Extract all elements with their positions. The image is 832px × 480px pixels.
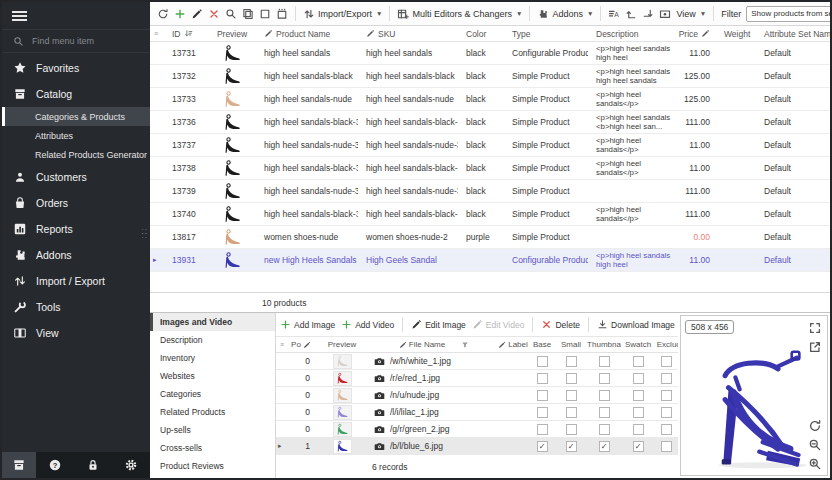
base-checkbox[interactable] [537, 356, 548, 367]
thumbnail-checkbox[interactable] [599, 356, 610, 367]
column-header-swatch[interactable]: Swatch [622, 340, 654, 349]
column-header-small[interactable]: Small [556, 340, 586, 349]
add-video-button[interactable]: Add Video [341, 319, 394, 330]
base-checkbox[interactable] [537, 373, 548, 384]
delete-image-button[interactable]: Delete [541, 319, 580, 330]
column-header-id[interactable]: ID [164, 29, 208, 39]
sidebar-splitter-handle[interactable]: ⁚⁚⁚⁚ [142, 230, 148, 238]
multi-editors-button[interactable]: Multi Editors & Changers▼ [397, 8, 522, 20]
small-checkbox[interactable] [566, 356, 577, 367]
level-down-icon[interactable] [642, 8, 654, 20]
lock-button[interactable] [74, 452, 112, 478]
detail-tab[interactable]: Images and Video [150, 313, 275, 331]
detail-tab[interactable]: Websites [150, 367, 275, 385]
column-header-file-name[interactable]: File Name [370, 340, 498, 349]
external-link-icon[interactable] [808, 340, 822, 354]
column-header-weight[interactable]: Weight [716, 29, 756, 39]
thumbnail-checkbox[interactable] [599, 441, 610, 452]
sidebar-item-favorites[interactable]: Favorites [2, 55, 150, 81]
preview-eye-icon[interactable] [659, 8, 671, 20]
menu-icon[interactable] [12, 9, 27, 23]
paste-special-icon[interactable] [276, 8, 288, 20]
base-checkbox[interactable] [537, 441, 548, 452]
image-row[interactable]: 0 /g/r/green_2.jpg [276, 421, 678, 438]
table-row[interactable]: 13732 high heel sandals-black high heel … [150, 65, 830, 88]
settings-button[interactable] [112, 452, 150, 478]
table-row[interactable]: ▸ 13931 new High Heels Sandals High Geel… [150, 249, 830, 272]
base-checkbox[interactable] [537, 390, 548, 401]
sidebar-item-orders[interactable]: Orders [2, 190, 150, 216]
add-icon[interactable] [174, 8, 186, 20]
detail-tab[interactable]: Inventory [150, 349, 275, 367]
detail-tab[interactable]: Description [150, 331, 275, 349]
level-up-icon[interactable] [625, 8, 637, 20]
column-header-thumbnail[interactable]: Thumbna [586, 340, 622, 349]
help-button[interactable]: ? [36, 452, 74, 478]
table-row[interactable]: 13731 high heel sandals high heel sandal… [150, 42, 830, 65]
base-checkbox[interactable] [537, 424, 548, 435]
zoom-out-icon[interactable] [808, 438, 822, 452]
import-export-button[interactable]: Import/Export▼ [303, 8, 382, 20]
sidebar-item-customers[interactable]: Customers [2, 164, 150, 190]
table-row[interactable]: 13817 women shoes-nude women shoes-nude-… [150, 226, 830, 249]
small-checkbox[interactable] [566, 441, 577, 452]
column-header-position[interactable]: Po [288, 340, 314, 349]
storage-button[interactable] [2, 452, 36, 478]
detail-tab[interactable]: Cross-sells [150, 439, 275, 457]
sort-attributes-icon[interactable]: A [608, 8, 620, 20]
swatch-checkbox[interactable] [633, 441, 644, 452]
exclude-checkbox[interactable] [661, 356, 672, 367]
select-icon[interactable] [259, 8, 271, 20]
thumbnail-checkbox[interactable] [599, 373, 610, 384]
column-header-sku[interactable]: SKU [358, 29, 458, 39]
filter-select[interactable]: Show products from selected categories▼ [746, 6, 832, 22]
thumbnail-checkbox[interactable] [599, 407, 610, 418]
small-checkbox[interactable] [566, 390, 577, 401]
column-header-description[interactable]: Description [588, 29, 672, 39]
rotate-icon[interactable] [808, 419, 822, 433]
thumbnail-checkbox[interactable] [599, 390, 610, 401]
sidebar-item-categories-products[interactable]: Categories & Products [2, 107, 150, 126]
exclude-checkbox[interactable] [661, 441, 672, 452]
column-header-price[interactable]: Price [672, 29, 716, 39]
copy-icon[interactable] [242, 8, 254, 20]
detail-tab[interactable]: Up-sells [150, 421, 275, 439]
column-header-color[interactable]: Color [458, 29, 504, 39]
exclude-checkbox[interactable] [661, 407, 672, 418]
edit-icon[interactable] [191, 8, 203, 20]
swatch-checkbox[interactable] [633, 356, 644, 367]
sidebar-item-addons[interactable]: Addons [2, 242, 150, 268]
swatch-checkbox[interactable] [633, 373, 644, 384]
column-header-label[interactable]: Label [498, 340, 528, 349]
swatch-checkbox[interactable] [633, 390, 644, 401]
detail-tab[interactable]: Related Products [150, 403, 275, 421]
table-row[interactable]: 13739 high heel sandals-nude-37 high hee… [150, 180, 830, 203]
sidebar-item-catalog[interactable]: Catalog [2, 81, 150, 107]
table-row[interactable]: 13740 high heel sandals-black-38 high he… [150, 203, 830, 226]
zoom-in-icon[interactable] [808, 457, 822, 471]
exclude-checkbox[interactable] [661, 373, 672, 384]
addons-button[interactable]: Addons▼ [537, 8, 593, 20]
table-row[interactable]: 13733 high heel sandals-nude high heel s… [150, 88, 830, 111]
view-button[interactable]: View▼ [676, 9, 706, 19]
small-checkbox[interactable] [566, 407, 577, 418]
edit-video-button[interactable]: Edit Video [472, 319, 525, 330]
add-image-button[interactable]: Add Image [280, 319, 335, 330]
table-row[interactable]: 13736 high heel sandals-black-36 high he… [150, 111, 830, 134]
sidebar-item-tools[interactable]: Tools [2, 294, 150, 320]
swatch-checkbox[interactable] [633, 424, 644, 435]
image-row[interactable]: 0 /l/i/lilac_1.jpg [276, 404, 678, 421]
base-checkbox[interactable] [537, 407, 548, 418]
column-header-image-preview[interactable]: Preview [314, 340, 370, 349]
detail-tab[interactable]: Product Reviews [150, 457, 275, 475]
column-header-type[interactable]: Type [504, 29, 588, 39]
edit-image-button[interactable]: Edit Image [411, 319, 466, 330]
column-header-product-name[interactable]: Product Name [256, 29, 358, 39]
exclude-checkbox[interactable] [661, 390, 672, 401]
search-icon[interactable] [225, 8, 237, 20]
expand-icon[interactable] [808, 321, 822, 335]
small-checkbox[interactable] [566, 424, 577, 435]
column-header-attribute-set[interactable]: Attribute Set Name [756, 29, 830, 39]
download-image-button[interactable]: Download Image [597, 319, 675, 330]
image-row[interactable]: 0 /w/h/white_1.jpg [276, 353, 678, 370]
